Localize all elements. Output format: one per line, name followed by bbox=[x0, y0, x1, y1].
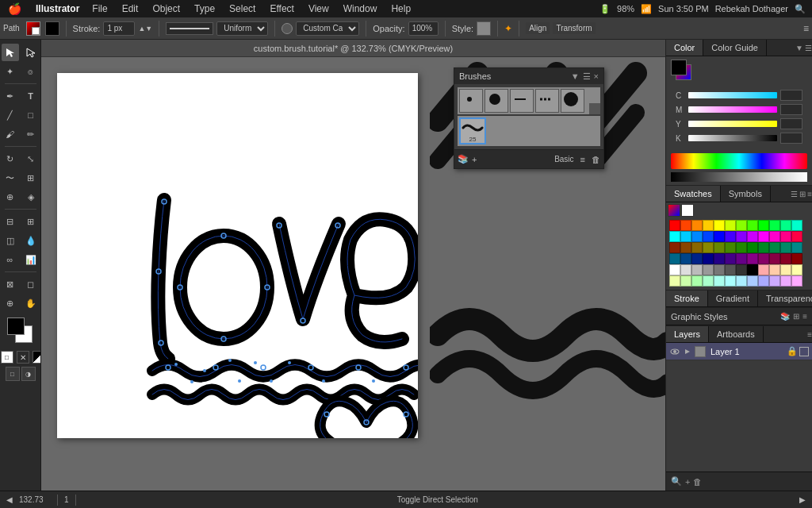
rotate-tool[interactable]: ↻ bbox=[2, 150, 19, 167]
pen-tool[interactable]: ✒ bbox=[2, 87, 19, 105]
stroke-color-box[interactable] bbox=[26, 21, 40, 36]
swatch-color[interactable] bbox=[691, 264, 703, 275]
swatch-color[interactable] bbox=[703, 264, 714, 275]
shape-tool[interactable]: □ bbox=[22, 106, 40, 124]
swatch-color[interactable] bbox=[791, 275, 802, 287]
swatch-color[interactable] bbox=[791, 231, 802, 242]
artboard[interactable] bbox=[57, 73, 418, 438]
swatch-color[interactable] bbox=[714, 264, 725, 275]
tab-transparency[interactable]: Transparency bbox=[758, 291, 812, 306]
swatch-color[interactable] bbox=[769, 242, 780, 253]
custom-brush-item[interactable]: 25 bbox=[459, 117, 486, 144]
menu-file[interactable]: File bbox=[86, 2, 113, 16]
swatch-color[interactable] bbox=[691, 275, 703, 287]
align-button[interactable]: Align bbox=[526, 22, 550, 34]
hand-tool[interactable]: ✋ bbox=[22, 294, 40, 312]
transform-button[interactable]: Transform bbox=[553, 22, 595, 34]
swatch-color[interactable] bbox=[791, 264, 802, 275]
status-icon-left[interactable]: ◀ bbox=[6, 495, 13, 504]
swatch-color[interactable] bbox=[747, 231, 758, 242]
swatch-color[interactable] bbox=[758, 275, 769, 287]
lasso-tool[interactable]: ⌾ bbox=[22, 63, 40, 80]
color-mode-solid[interactable]: □ bbox=[1, 351, 13, 364]
canvas-area[interactable]: custom.brush.tutorial* @ 132.73% (CMYK/P… bbox=[41, 40, 665, 491]
panel-options-icon[interactable]: ≡ bbox=[803, 23, 809, 34]
swatch-color[interactable] bbox=[680, 242, 691, 253]
color-mode-none[interactable]: ✕ bbox=[17, 351, 29, 364]
perspective-grid[interactable]: ⊟ bbox=[2, 213, 19, 230]
swatch-color[interactable] bbox=[691, 242, 703, 253]
swatch-color[interactable] bbox=[714, 275, 725, 287]
swatch-color[interactable] bbox=[691, 231, 703, 242]
type-tool[interactable]: T bbox=[22, 87, 40, 105]
direct-select-tool[interactable] bbox=[22, 44, 40, 61]
swatch-color[interactable] bbox=[691, 220, 703, 231]
brush-libraries-icon[interactable]: 📚 bbox=[458, 154, 469, 164]
swatches-view-grid[interactable]: ⊞ bbox=[799, 190, 806, 198]
menu-type[interactable]: Type bbox=[188, 2, 221, 16]
line-tool[interactable]: ╱ bbox=[2, 106, 19, 124]
brush-dot-small[interactable] bbox=[459, 89, 483, 113]
brush-select[interactable]: Custom Ca... bbox=[296, 21, 359, 36]
layers-panel-menu[interactable]: ≡ bbox=[807, 330, 812, 339]
swatch-color[interactable] bbox=[680, 220, 691, 231]
brushes-close-icon[interactable]: × bbox=[594, 71, 599, 81]
swatch-color[interactable] bbox=[780, 264, 791, 275]
layer-eye-icon[interactable] bbox=[669, 346, 680, 357]
swatch-color[interactable] bbox=[769, 253, 780, 264]
swatch-color[interactable] bbox=[703, 231, 714, 242]
swatch-color[interactable] bbox=[791, 253, 802, 264]
swatch-color[interactable] bbox=[736, 242, 747, 253]
scale-tool[interactable]: ⤡ bbox=[22, 150, 40, 167]
swatch-color[interactable] bbox=[758, 242, 769, 253]
swatch-color[interactable] bbox=[714, 231, 725, 242]
swatch-color[interactable] bbox=[736, 275, 747, 287]
zoom-tool[interactable]: ⊕ bbox=[2, 294, 19, 312]
brushes-menu-icon[interactable]: ☰ bbox=[583, 71, 591, 82]
swatch-color[interactable] bbox=[703, 253, 714, 264]
swatch-color[interactable] bbox=[758, 231, 769, 242]
swatch-color[interactable] bbox=[780, 275, 791, 287]
layers-delete-icon[interactable]: 🗑 bbox=[693, 477, 702, 487]
eraser-tool[interactable]: ◻ bbox=[22, 275, 40, 293]
layers-add-icon[interactable]: + bbox=[685, 477, 690, 487]
fill-color-box[interactable] bbox=[7, 318, 25, 335]
slider-y[interactable] bbox=[688, 121, 777, 127]
layers-find-icon[interactable]: 🔍 bbox=[671, 476, 682, 487]
swatch-color[interactable] bbox=[758, 220, 769, 231]
color-spectrum[interactable] bbox=[671, 153, 807, 169]
brush-dot-large[interactable] bbox=[485, 89, 508, 113]
swatch-color[interactable] bbox=[669, 275, 680, 287]
graphic-styles-icon1[interactable]: 📚 bbox=[780, 312, 790, 321]
swatches-view-list[interactable]: ☰ bbox=[791, 190, 798, 198]
swatch-color[interactable] bbox=[747, 220, 758, 231]
slice-tool[interactable]: ⊠ bbox=[2, 275, 19, 293]
opacity-input[interactable] bbox=[408, 21, 439, 36]
swatch-color[interactable] bbox=[747, 275, 758, 287]
menu-effect[interactable]: Effect bbox=[263, 2, 300, 16]
tab-artboards[interactable]: Artboards bbox=[709, 326, 764, 342]
tab-stroke[interactable]: Stroke bbox=[666, 291, 708, 306]
shape-builder[interactable]: ⊕ bbox=[2, 188, 19, 206]
layer-lock-icon[interactable]: 🔒 bbox=[787, 346, 798, 356]
slider-k[interactable] bbox=[688, 135, 777, 141]
brush-scrollbar[interactable] bbox=[589, 87, 600, 114]
normal-mode[interactable]: □ bbox=[6, 367, 20, 381]
swatch-color[interactable] bbox=[669, 220, 680, 231]
style-swatch[interactable] bbox=[477, 21, 491, 36]
brush-dot-xlarge[interactable] bbox=[561, 89, 584, 113]
tab-swatches[interactable]: Swatches bbox=[666, 186, 721, 202]
swatch-color[interactable] bbox=[725, 231, 736, 242]
swatch-color[interactable] bbox=[669, 231, 680, 242]
swatch-white[interactable] bbox=[681, 204, 694, 217]
swatches-menu[interactable]: ≡ bbox=[807, 190, 812, 198]
gradient-tool[interactable]: ◫ bbox=[2, 232, 19, 249]
swatch-color[interactable] bbox=[747, 242, 758, 253]
swatch-color[interactable] bbox=[725, 242, 736, 253]
swatch-color[interactable] bbox=[769, 264, 780, 275]
layer-1-row[interactable]: Layer 1 🔒 bbox=[666, 343, 812, 360]
swatch-color[interactable] bbox=[769, 275, 780, 287]
swatch-color[interactable] bbox=[758, 253, 769, 264]
layer-target-indicator[interactable] bbox=[799, 347, 809, 356]
brush-delete-icon[interactable]: 🗑 bbox=[592, 155, 600, 164]
